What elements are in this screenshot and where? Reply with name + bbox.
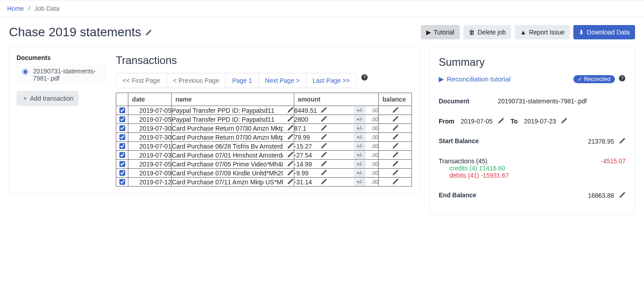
edit-amount-icon[interactable]	[320, 151, 327, 159]
edit-balance-icon[interactable]	[392, 170, 399, 177]
pager-last[interactable]: Last Page >>	[306, 73, 356, 88]
edit-name-icon[interactable]	[287, 106, 294, 114]
edit-balance-icon[interactable]	[392, 143, 399, 150]
row-date: 2019-07-09	[128, 169, 172, 178]
document-radio[interactable]	[22, 69, 28, 75]
edit-start-balance-icon[interactable]	[619, 138, 626, 145]
table-row: 2019-07-05 Paypal Transfer PPD ID: Paypa…	[116, 106, 412, 115]
summary-heading: Summary	[439, 56, 626, 68]
report-issue-label: Report Issue	[529, 29, 564, 36]
edit-amount-icon[interactable]	[320, 142, 327, 150]
row-amount: 87.1	[294, 125, 317, 132]
download-data-button[interactable]: ⬇ Download Data	[573, 25, 635, 39]
toggle-sign-button[interactable]: +/-	[354, 178, 365, 186]
reconciled-label: Reconciled	[584, 76, 610, 82]
edit-name-icon[interactable]	[287, 115, 294, 123]
from-value[interactable]: 2019-07-05	[461, 117, 504, 125]
row-checkbox[interactable]	[119, 107, 125, 113]
toggle-sign-button[interactable]: +/-	[354, 106, 365, 115]
row-checkbox[interactable]	[119, 179, 125, 185]
edit-amount-icon[interactable]	[320, 115, 327, 123]
plus-icon: ＋	[22, 94, 28, 102]
edit-balance-icon[interactable]	[392, 179, 399, 186]
edit-title-icon[interactable]	[145, 26, 152, 38]
edit-balance-icon[interactable]	[392, 116, 399, 123]
edit-balance-icon[interactable]	[392, 134, 399, 141]
pager-next[interactable]: Next Page >	[259, 73, 306, 88]
tutorial-button[interactable]: ▶ Tutorial	[421, 25, 460, 39]
edit-amount-icon[interactable]	[320, 178, 327, 186]
transactions-table: date name amount balance 2019-07-05 Payp…	[116, 93, 412, 187]
toggle-sign-button[interactable]: +/-	[354, 160, 365, 168]
edit-name-icon[interactable]	[287, 160, 294, 168]
pager-help-icon[interactable]: ?	[361, 74, 368, 81]
edit-amount-icon[interactable]	[320, 169, 327, 177]
start-balance-text: 21378.95	[588, 138, 614, 145]
row-checkbox[interactable]	[119, 152, 125, 158]
report-issue-button[interactable]: ▲ Report Issue	[515, 25, 570, 39]
toggle-sign-button[interactable]: +/-	[354, 142, 365, 150]
start-balance-value[interactable]: 21378.95	[588, 137, 626, 145]
toolbar: ▶ Tutorial 🗑 Delete job ▲ Report Issue ⬇…	[421, 25, 635, 39]
page-title-text: Chase 2019 statements	[9, 25, 141, 39]
edit-balance-icon[interactable]	[392, 161, 399, 168]
edit-name-icon[interactable]	[287, 169, 294, 177]
breadcrumb-home[interactable]: Home	[7, 5, 24, 12]
edit-balance-icon[interactable]	[392, 152, 399, 159]
row-checkbox[interactable]	[119, 125, 125, 131]
breadcrumb-current: Job Data	[34, 5, 59, 12]
edit-name-icon[interactable]	[287, 124, 294, 132]
toggle-sign-button[interactable]: +/-	[354, 115, 365, 123]
row-name: Card Purchase 07/05 Prime Video*Mh4Li3T	[172, 161, 283, 168]
edit-name-icon[interactable]	[287, 133, 294, 141]
to-value[interactable]: 2019-07-23	[524, 117, 568, 125]
decimal-hint: .00	[369, 152, 379, 158]
edit-from-icon[interactable]	[497, 118, 504, 125]
row-date: 2019-07-30	[128, 124, 172, 133]
start-balance-label: Start Balance	[439, 137, 583, 145]
row-checkbox[interactable]	[119, 161, 125, 167]
row-date: 2019-07-05	[128, 115, 172, 124]
edit-to-icon[interactable]	[560, 118, 568, 125]
row-checkbox[interactable]	[119, 116, 125, 122]
document-item[interactable]: 20190731-statements-7981-.pdf	[17, 65, 106, 85]
edit-amount-icon[interactable]	[320, 133, 327, 141]
pager-prev[interactable]: < Previous Page	[167, 73, 226, 88]
table-row: 2019-07-01 Card Purchase 06/28 Tisfris B…	[116, 142, 412, 151]
pager-first[interactable]: << First Page	[116, 73, 167, 88]
delete-job-button[interactable]: 🗑 Delete job	[463, 25, 511, 39]
edit-balance-icon[interactable]	[392, 107, 399, 114]
edit-balance-icon[interactable]	[392, 125, 399, 132]
edit-name-icon[interactable]	[287, 178, 294, 186]
col-amount: amount	[294, 93, 378, 106]
end-balance-value[interactable]: 16863.88	[588, 191, 626, 199]
add-transaction-button[interactable]: ＋ Add transaction	[17, 91, 79, 106]
toggle-sign-button[interactable]: +/-	[354, 169, 365, 177]
toggle-sign-button[interactable]: +/-	[354, 124, 365, 132]
row-date: 2019-07-12	[128, 178, 172, 187]
reconciled-help-icon[interactable]: ?	[619, 75, 626, 83]
decimal-hint: .00	[369, 143, 379, 149]
row-amount: 8449.51	[294, 107, 317, 114]
row-checkbox[interactable]	[119, 134, 125, 140]
debits-line: debits (41) -15931.67	[449, 172, 509, 179]
trash-icon: 🗑	[469, 29, 475, 36]
toggle-sign-button[interactable]: +/-	[354, 151, 365, 159]
end-balance-text: 16863.88	[588, 192, 614, 199]
from-value-text: 2019-07-05	[461, 118, 493, 125]
row-amount: 2800	[294, 116, 317, 123]
row-checkbox[interactable]	[119, 143, 125, 149]
row-name: Card Purchase 07/01 Hmshost Amsterdam S	[172, 152, 283, 159]
edit-name-icon[interactable]	[287, 142, 294, 150]
toggle-sign-button[interactable]: +/-	[354, 133, 365, 141]
page-title: Chase 2019 statements	[9, 25, 152, 39]
edit-amount-icon[interactable]	[320, 106, 327, 114]
edit-amount-icon[interactable]	[320, 124, 327, 132]
reconciliation-tutorial-link[interactable]: ▶ Reconciliation tutorial	[439, 75, 511, 83]
edit-end-balance-icon[interactable]	[619, 192, 626, 199]
to-label: To	[511, 118, 518, 125]
edit-amount-icon[interactable]	[320, 160, 327, 168]
row-checkbox[interactable]	[119, 170, 125, 176]
edit-name-icon[interactable]	[287, 151, 294, 159]
row-date: 2019-07-01	[128, 142, 172, 151]
